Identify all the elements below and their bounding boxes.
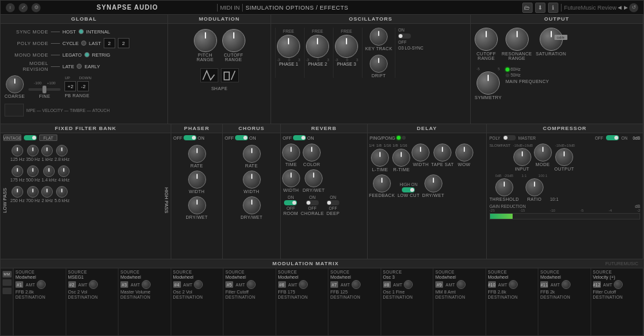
mpe-slider[interactable]	[5, 104, 24, 117]
slot-source-1: Modwheel	[15, 275, 36, 279]
expand-icon[interactable]: ⤢	[19, 3, 28, 12]
reverb-toggle[interactable]	[293, 135, 306, 140]
chorale-toggle[interactable]	[306, 200, 319, 205]
chorus-toggle[interactable]	[235, 135, 248, 140]
slot-amt-knob-12[interactable]	[614, 280, 623, 289]
o3-toggle[interactable]	[398, 33, 423, 39]
phaser-drywet-knob[interactable]	[188, 196, 206, 214]
threshold-knob[interactable]	[495, 178, 513, 196]
delay-width-knob[interactable]	[412, 144, 430, 162]
shape-box2[interactable]	[221, 68, 239, 82]
ffb-5-6khz-knob[interactable]	[56, 186, 68, 198]
settings-icon[interactable]: ⚙	[32, 3, 41, 12]
reverb-color-knob[interactable]	[303, 144, 321, 162]
folder-icon[interactable]: 🗁	[522, 3, 533, 13]
reverb-width-knob[interactable]	[282, 169, 300, 187]
cutoff-range-mod-knob[interactable]	[222, 29, 245, 52]
symmetry-knob[interactable]	[477, 71, 500, 95]
deep-toggle[interactable]	[327, 200, 339, 205]
pb-up-box[interactable]: +2	[64, 81, 76, 91]
ffb-175hz-knob[interactable]	[12, 165, 23, 177]
phaser-toggle[interactable]	[184, 135, 196, 140]
info-icon[interactable]: i	[6, 3, 15, 12]
refresh-icon[interactable]: ↺	[629, 3, 638, 12]
slot-amt-knob-2[interactable]	[89, 280, 98, 289]
slot-amt-knob-10[interactable]	[509, 280, 518, 289]
mono-dot[interactable]	[84, 52, 90, 57]
phase3-knob[interactable]	[335, 35, 358, 58]
download-icon[interactable]: ⬇	[535, 3, 545, 13]
chorus-drywet-knob[interactable]	[243, 196, 261, 214]
ffb-1khz-knob[interactable]	[41, 145, 53, 156]
slot-amt-knob-5[interactable]	[247, 280, 256, 289]
vintage-btn[interactable]: VINTAGE	[3, 135, 21, 141]
slot-amt-knob-11[interactable]	[562, 280, 571, 289]
slot-amt-knob-3[interactable]	[142, 280, 151, 289]
poly-dot[interactable]	[81, 41, 86, 46]
matrix-icon-mm[interactable]: MM	[3, 271, 12, 277]
ffb-1-4khz-knob[interactable]	[43, 165, 55, 177]
model-dot[interactable]	[77, 64, 82, 69]
l-time-knob[interactable]	[371, 149, 389, 167]
comp-input-knob[interactable]	[513, 148, 531, 166]
comp-mode-knob[interactable]	[534, 144, 552, 162]
matrix-icon-sq[interactable]	[3, 279, 12, 286]
free2-label: FREE	[312, 29, 323, 33]
r-time-knob[interactable]	[392, 149, 410, 167]
slot-amt-knob-8[interactable]	[404, 280, 413, 289]
room-toggle[interactable]	[284, 200, 297, 205]
tape-sat-knob[interactable]	[433, 144, 451, 162]
feedback-knob[interactable]	[373, 174, 391, 192]
matrix-icon-env[interactable]	[3, 288, 12, 294]
drift-label: DRIFT	[372, 73, 386, 78]
comp-output-knob[interactable]	[555, 148, 573, 166]
drift-knob[interactable]	[370, 55, 388, 73]
delay-drywet-knob[interactable]	[424, 174, 442, 192]
poly-num2[interactable]: 2	[118, 38, 129, 48]
key-track-knob[interactable]	[370, 28, 388, 46]
nav-prev[interactable]: ◄	[616, 4, 623, 11]
saturation-knob[interactable]: cable	[540, 28, 563, 51]
coarse-knob[interactable]	[6, 75, 24, 93]
output-cutoff-knob[interactable]	[475, 28, 498, 51]
poly-num1[interactable]: 2	[104, 38, 115, 48]
vintage-toggle[interactable]	[24, 135, 37, 140]
comp-poly-toggle[interactable]	[503, 135, 516, 140]
output-resonance-knob[interactable]	[506, 28, 529, 51]
ffb-500hz-knob[interactable]	[27, 165, 39, 177]
slot-amt-knob-7[interactable]	[352, 280, 361, 289]
ffb-700hz-knob[interactable]	[27, 186, 39, 198]
low-cut-track[interactable]	[402, 187, 415, 192]
phaser-rate-knob[interactable]	[188, 145, 206, 163]
pitch-range-knob[interactable]	[194, 29, 217, 52]
flat-btn[interactable]: FLAT	[39, 135, 57, 141]
phase2-knob[interactable]	[306, 35, 329, 58]
nav-next[interactable]: ►	[623, 4, 629, 11]
pb-down-box[interactable]: -2	[77, 81, 89, 91]
ffb-250hz-knob[interactable]	[12, 186, 23, 198]
o3-toggle-track[interactable]	[398, 33, 411, 39]
slot-amt-knob-9[interactable]	[457, 280, 466, 289]
slot-amt-knob-4[interactable]	[194, 280, 203, 289]
ffb-125hz-knob[interactable]	[12, 145, 23, 156]
chorus-rate-knob[interactable]	[243, 145, 261, 163]
sync-dot[interactable]	[79, 29, 84, 34]
ffb-2-8khz-knob[interactable]	[56, 145, 68, 156]
shape-box1[interactable]	[200, 68, 218, 82]
chorus-width-knob[interactable]	[243, 171, 261, 189]
low-cut-toggle[interactable]	[402, 187, 415, 192]
info2-icon[interactable]: ℹ	[548, 3, 558, 13]
separator3	[561, 4, 562, 12]
wow-knob[interactable]	[455, 144, 473, 162]
phase1-knob[interactable]	[277, 35, 300, 58]
slot-amt-knob-1[interactable]	[37, 280, 46, 289]
phaser-width-knob[interactable]	[188, 171, 206, 189]
ffb-2khz-knob[interactable]	[41, 186, 53, 198]
ffb-350hz-knob[interactable]	[27, 145, 39, 156]
ffb-4khz-knob[interactable]	[58, 165, 70, 177]
ratio-knob[interactable]	[526, 178, 544, 196]
reverb-time-knob[interactable]	[282, 144, 300, 162]
slot-amt-knob-6[interactable]	[299, 280, 308, 289]
reverb-drywet-knob[interactable]	[305, 169, 323, 187]
comp-toggle[interactable]	[606, 135, 619, 140]
